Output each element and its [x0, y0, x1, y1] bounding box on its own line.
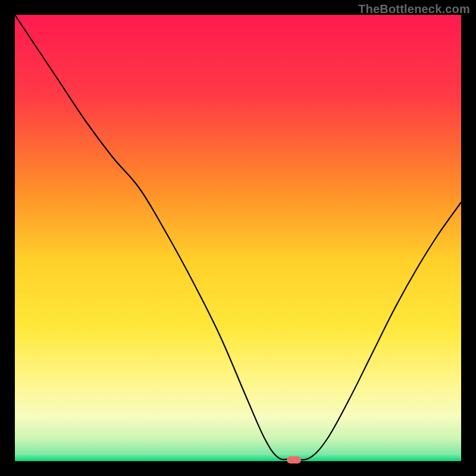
watermark-text: TheBottleneck.com — [358, 2, 470, 16]
chart-svg — [15, 15, 461, 461]
plot-area — [15, 15, 461, 461]
chart-background — [15, 15, 461, 461]
chart-frame: TheBottleneck.com — [0, 0, 476, 476]
optimal-marker — [287, 456, 301, 464]
